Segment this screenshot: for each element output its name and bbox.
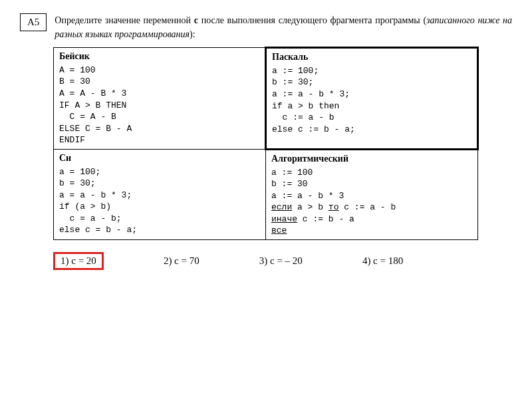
cell-pascal: Паскаль a := 100; b := 30; a := a - b * … [266, 48, 478, 150]
algo-l4rest: c := a - b [338, 202, 396, 212]
algo-kw-if: если [271, 202, 292, 212]
q-text-end: ): [190, 29, 196, 39]
answer-1: 1) c = 20 [53, 252, 104, 270]
algo-kw-else: иначе [271, 214, 297, 224]
algo-l3: a := a - b * 3 [271, 191, 344, 201]
algo-l2: b := 30 [271, 179, 308, 189]
q-text-before: Определите значение переменной [55, 15, 194, 25]
lang-name-c: Си [59, 152, 260, 165]
code-table: Бейсик A = 100 B = 30 A = A - B * 3 IF A… [53, 47, 479, 240]
cell-algo: Алгоритмический a := 100 b := 30 a := a … [266, 149, 478, 239]
code-pascal: a := 100; b := 30; a := a - b * 3; if a … [272, 65, 471, 135]
code-table-wrap: Бейсик A = 100 B = 30 A = A - B * 3 IF A… [53, 47, 512, 240]
answers-row: 1) c = 20 2) c = 70 3) c = – 20 4) c = 1… [53, 252, 512, 270]
table-row: Си a = 100; b = 30; a = a - b * 3; if (a… [54, 149, 478, 239]
q-text-after: после выполнения следующего фрагмента пр… [198, 15, 426, 25]
cell-basic: Бейсик A = 100 B = 30 A = A - B * 3 IF A… [54, 48, 266, 150]
answer-3: 3) c = – 20 [259, 255, 303, 267]
code-basic: A = 100 B = 30 A = A - B * 3 IF A > B TH… [59, 65, 259, 146]
answer-4: 4) c = 180 [362, 255, 403, 267]
code-c: a = 100; b = 30; a = a - b * 3; if (a > … [59, 166, 260, 236]
question-text: Определите значение переменной с после в… [55, 13, 512, 41]
algo-kw-then: то [329, 202, 339, 212]
algo-l1: a := 100 [271, 168, 313, 178]
question-header: А5 Определите значение переменной с посл… [20, 13, 512, 41]
question-label: А5 [20, 13, 47, 31]
algo-kw-end: все [271, 225, 287, 235]
answer-2: 2) c = 70 [164, 255, 200, 267]
lang-name-pascal: Паскаль [272, 51, 471, 64]
lang-name-algo: Алгоритмический [271, 153, 472, 166]
algo-cond: a > b [292, 202, 329, 212]
cell-c: Си a = 100; b = 30; a = a - b * 3; if (a… [54, 149, 266, 239]
algo-l5rest: c := b - a [297, 214, 354, 224]
lang-name-basic: Бейсик [59, 51, 259, 63]
code-algo: a := 100 b := 30 a := a - b * 3 если a >… [271, 167, 472, 237]
table-row: Бейсик A = 100 B = 30 A = A - B * 3 IF A… [54, 48, 478, 150]
